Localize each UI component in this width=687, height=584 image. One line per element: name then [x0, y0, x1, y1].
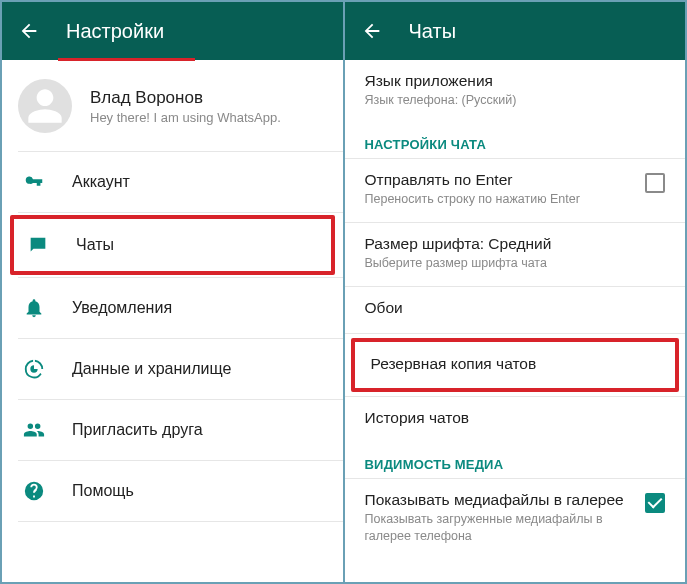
menu-item-help[interactable]: Помощь [2, 461, 343, 521]
key-icon [22, 170, 46, 194]
setting-subtitle: Показывать загруженные медиафайлы в гале… [365, 511, 630, 545]
highlight-chats: Чаты [10, 215, 335, 275]
section-chat-settings: НАСТРОЙКИ ЧАТА [345, 123, 686, 158]
profile-name: Влад Воронов [90, 88, 281, 108]
menu-label: Чаты [76, 236, 114, 254]
highlight-backup: Резервная копия чатов [351, 338, 680, 392]
menu-item-chats[interactable]: Чаты [14, 219, 331, 271]
menu-item-invite[interactable]: Пригласить друга [2, 400, 343, 460]
people-icon [22, 418, 46, 442]
bell-icon [22, 296, 46, 320]
setting-title: Показывать медиафайлы в галерее [365, 491, 630, 509]
menu-item-notifications[interactable]: Уведомления [2, 278, 343, 338]
setting-title: Отправлять по Enter [365, 171, 630, 189]
setting-title: Обои [365, 299, 666, 317]
menu-label: Уведомления [72, 299, 172, 317]
header: Настройки [2, 2, 343, 60]
setting-app-language[interactable]: Язык приложения Язык телефона: (Русский) [345, 60, 686, 123]
setting-enter-send[interactable]: Отправлять по Enter Переносить строку по… [345, 159, 686, 222]
setting-history[interactable]: История чатов [345, 397, 686, 443]
menu-label: Данные и хранилище [72, 360, 231, 378]
setting-show-media[interactable]: Показывать медиафайлы в галерее Показыва… [345, 479, 686, 559]
checkbox-unchecked[interactable] [645, 173, 665, 193]
chats-screen: Чаты Язык приложения Язык телефона: (Рус… [344, 1, 687, 583]
setting-wallpaper[interactable]: Обои [345, 287, 686, 333]
setting-title: История чатов [365, 409, 666, 427]
setting-subtitle: Выберите размер шрифта чата [365, 255, 666, 272]
chat-icon [26, 233, 50, 257]
setting-subtitle: Переносить строку по нажатию Enter [365, 191, 630, 208]
menu-item-data[interactable]: Данные и хранилище [2, 339, 343, 399]
profile-row[interactable]: Влад Воронов Hey there! I am using Whats… [2, 61, 343, 151]
setting-title: Резервная копия чатов [371, 355, 660, 373]
profile-status: Hey there! I am using WhatsApp. [90, 110, 281, 125]
data-usage-icon [22, 357, 46, 381]
setting-font-size[interactable]: Размер шрифта: Средний Выберите размер ш… [345, 223, 686, 286]
menu-label: Аккаунт [72, 173, 130, 191]
header-title: Настройки [66, 20, 164, 43]
settings-screen: Настройки Влад Воронов Hey there! I am u… [1, 1, 344, 583]
setting-title: Язык приложения [365, 72, 666, 90]
help-icon [22, 479, 46, 503]
menu-label: Помощь [72, 482, 134, 500]
header-title: Чаты [409, 20, 457, 43]
avatar [18, 79, 72, 133]
setting-backup[interactable]: Резервная копия чатов [355, 342, 676, 388]
menu-label: Пригласить друга [72, 421, 203, 439]
section-media-visibility: ВИДИМОСТЬ МЕДИА [345, 443, 686, 478]
back-arrow-icon[interactable] [361, 20, 383, 42]
header: Чаты [345, 2, 686, 60]
menu-item-account[interactable]: Аккаунт [2, 152, 343, 212]
back-arrow-icon[interactable] [18, 20, 40, 42]
setting-title: Размер шрифта: Средний [365, 235, 666, 253]
checkbox-checked[interactable] [645, 493, 665, 513]
setting-subtitle: Язык телефона: (Русский) [365, 92, 666, 109]
